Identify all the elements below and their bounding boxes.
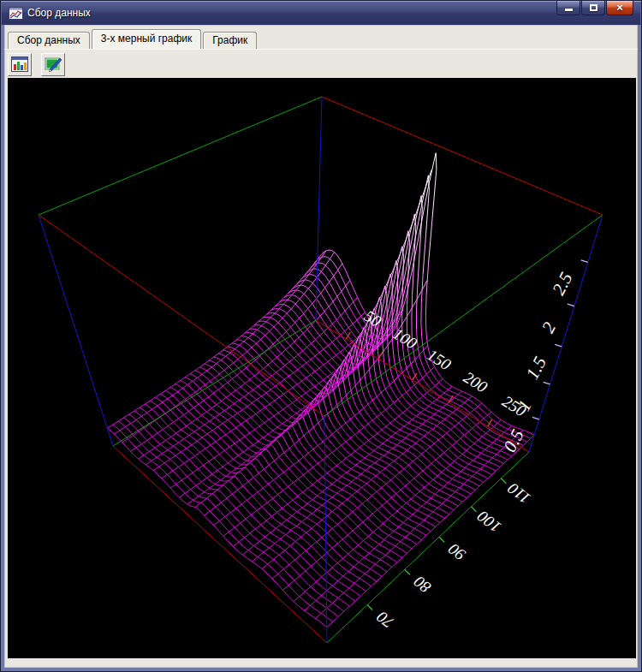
tab-data-collection[interactable]: Сбор данных	[8, 32, 90, 49]
close-icon: ×	[607, 1, 633, 15]
window-title: Сбор данных	[27, 7, 91, 19]
app-chart-icon	[9, 7, 23, 20]
maximize-icon	[590, 4, 597, 11]
tab-3d-graph[interactable]: 3-х мерный график	[92, 29, 201, 49]
picture-pencil-icon	[45, 56, 62, 73]
maximize-button[interactable]	[581, 1, 605, 15]
bar-chart-icon	[11, 56, 28, 73]
minimize-button[interactable]	[556, 1, 580, 15]
surface-plot: 501001502002507080901001100.511.522.5	[8, 78, 636, 658]
close-button[interactable]: ×	[606, 1, 633, 15]
surface-plot-canvas[interactable]: 501001502002507080901001100.511.522.5	[8, 78, 636, 658]
toolbar	[4, 49, 638, 78]
graph-type-button[interactable]	[8, 53, 32, 76]
tab-graph[interactable]: График	[203, 32, 257, 49]
app-window: Сбор данных × Сбор данных3-х мерный граф…	[0, 0, 642, 672]
minimize-icon	[565, 9, 573, 11]
client-area: Сбор данных3-х мерный графикГрафик	[4, 25, 638, 668]
tab-bar: Сбор данных3-х мерный графикГрафик	[4, 25, 638, 49]
titlebar[interactable]: Сбор данных ×	[1, 1, 641, 25]
edit-graph-button[interactable]	[41, 53, 65, 76]
